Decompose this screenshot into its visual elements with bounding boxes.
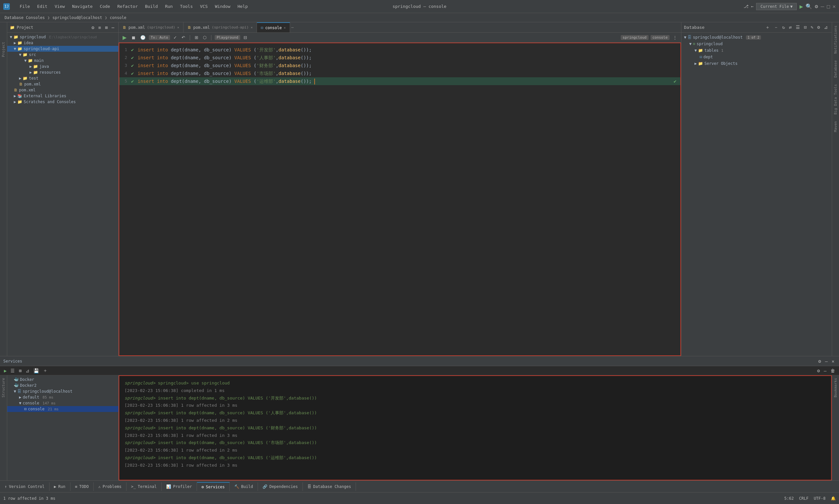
close-btn[interactable]: ✕ xyxy=(833,3,836,10)
db-console-btn[interactable]: ⊡ xyxy=(803,24,808,31)
back-btn[interactable]: ← xyxy=(751,4,754,9)
project-tab-label[interactable]: Project xyxy=(1,42,5,57)
svc-docker[interactable]: 🐳 Docker xyxy=(7,377,118,382)
svc-layout-btn[interactable]: ☰ xyxy=(9,367,16,374)
tx-badge[interactable]: Tx: Auto xyxy=(149,35,170,40)
db-add-btn[interactable]: ＋ xyxy=(764,24,771,31)
tree-idea[interactable]: ▶ 📁 idea xyxy=(7,40,118,46)
tree-root[interactable]: ▼ 📁 springcloud E:\logback\springcloud xyxy=(7,34,118,40)
db-settings-btn[interactable]: ⚙ xyxy=(816,24,821,31)
maven-label[interactable]: Maven xyxy=(834,121,838,132)
menu-view[interactable]: View xyxy=(51,3,68,10)
tab-more-btn[interactable]: ⋯ xyxy=(291,25,294,30)
svc-save-btn[interactable]: 💾 xyxy=(32,367,40,374)
menu-help[interactable]: Help xyxy=(234,3,251,10)
tab-console[interactable]: ⊡ console ✕ xyxy=(257,22,290,32)
project-sort-btn[interactable]: ≡ xyxy=(97,24,102,31)
more-options-btn[interactable]: ⋮ xyxy=(671,34,678,41)
grid-btn[interactable]: ⊟ xyxy=(242,34,248,41)
db-server-objects[interactable]: ▶ 📁 Server Objects xyxy=(681,60,832,67)
breadcrumb-connection[interactable]: springcloud@localhost xyxy=(52,15,102,20)
history-btn[interactable]: 🕐 xyxy=(139,34,147,41)
stop-btn[interactable]: ⏹ xyxy=(130,34,137,41)
tree-java[interactable]: ▶ 📁 java xyxy=(7,64,118,69)
rollback-btn[interactable]: ↶ xyxy=(180,34,187,41)
database-edge-label[interactable]: Database xyxy=(834,60,838,78)
menu-window[interactable]: Window xyxy=(212,3,234,10)
tab-close-2[interactable]: ✕ xyxy=(251,25,253,29)
tab-run[interactable]: ▶ Run xyxy=(50,482,70,491)
tree-resources[interactable]: ▶ 📁 resources xyxy=(7,69,118,75)
svc-right-3[interactable]: 🗑 xyxy=(829,367,836,374)
menu-code[interactable]: Code xyxy=(97,3,113,10)
services-x-btn[interactable]: ✕ xyxy=(831,358,836,364)
svc-add-btn[interactable]: ＋ xyxy=(41,367,49,374)
settings-btn[interactable]: ⚙ xyxy=(815,3,818,10)
tab-todo[interactable]: ≡ TODO xyxy=(70,482,94,491)
menu-navigate[interactable]: Navigate xyxy=(69,3,96,10)
db-connection-root[interactable]: ▼ 🗄 springcloud@localhost 1 of 2 xyxy=(681,34,832,41)
git-icon[interactable]: ⎇ xyxy=(744,4,749,9)
db-refresh-btn[interactable]: ↻ xyxy=(781,24,786,31)
minimize-btn[interactable]: — xyxy=(821,3,824,10)
svc-default[interactable]: ▶ default 85 ms xyxy=(7,394,118,400)
current-file-btn[interactable]: Current File ▼ xyxy=(756,3,797,10)
tree-test[interactable]: ▶ 📁 test xyxy=(7,75,118,81)
tab-terminal[interactable]: >_ Terminal xyxy=(126,482,161,491)
db-springcloud[interactable]: ▼ ⊙ springcloud xyxy=(681,41,832,47)
tab-dependencies[interactable]: 🔗 Dependencies xyxy=(258,482,303,491)
detach-btn[interactable]: ⬡ xyxy=(202,34,208,41)
svc-filter-btn[interactable]: ⊿ xyxy=(24,367,31,374)
bookmarks-label[interactable]: Bookmarks xyxy=(834,378,838,398)
svc-group-btn[interactable]: ⊞ xyxy=(17,367,23,374)
db-tables[interactable]: ▼ 📁 tables 1 xyxy=(681,47,832,54)
tree-main[interactable]: ▼ 📁 main xyxy=(7,58,118,64)
project-more-btn[interactable]: ⋯ xyxy=(110,24,116,31)
tab-pom-springcloud[interactable]: 🗎 pom.xml (springcloud) ✕ xyxy=(119,22,183,32)
run-button[interactable]: ▶ xyxy=(799,3,803,10)
tree-springcloud-api[interactable]: ▼ 📁 springcloud-api xyxy=(7,46,118,52)
db-edit-btn[interactable]: ✎ xyxy=(809,24,815,31)
db-list-btn[interactable]: ☰ xyxy=(794,24,801,31)
menu-run[interactable]: Run xyxy=(162,3,176,10)
tab-problems[interactable]: ⚠ Problems xyxy=(94,482,126,491)
playground-badge[interactable]: Playground xyxy=(215,35,240,40)
tab-profiler[interactable]: 📊 Profiler xyxy=(161,482,197,491)
breadcrumb-db-consoles[interactable]: Database Consoles xyxy=(5,15,45,20)
console-badge[interactable]: console xyxy=(650,35,669,40)
format-btn[interactable]: ⊞ xyxy=(193,34,199,41)
tab-close-3[interactable]: ✕ xyxy=(284,26,286,30)
tab-services[interactable]: ⚙ Services xyxy=(197,482,230,491)
run-query-btn[interactable]: ▶ xyxy=(121,34,128,41)
services-close-btn[interactable]: — xyxy=(824,358,829,364)
code-editor[interactable]: 1 ✔ insert into dept(dname, db_source) V… xyxy=(119,42,681,356)
menu-tools[interactable]: Tools xyxy=(177,3,196,10)
tab-close-1[interactable]: ✕ xyxy=(177,25,179,29)
commit-btn[interactable]: ✓ xyxy=(172,34,178,41)
menu-vcs[interactable]: VCS xyxy=(197,3,211,10)
tree-pom-root[interactable]: 🗎 pom.xml xyxy=(7,87,118,93)
menu-build[interactable]: Build xyxy=(142,3,161,10)
svc-console-inner[interactable]: ⊡ console 21 ms xyxy=(7,406,118,412)
db-filter-btn[interactable]: ⊿ xyxy=(823,24,829,31)
svc-right-1[interactable]: ⚙ xyxy=(816,367,821,374)
menu-refactor[interactable]: Refactor xyxy=(114,3,141,10)
tab-db-changes[interactable]: 🗄 Database Changes xyxy=(303,482,356,491)
search-btn[interactable]: 🔍 xyxy=(806,3,812,10)
tree-external-libs[interactable]: ▶ 📚 External Libraries xyxy=(7,93,118,99)
services-settings-btn[interactable]: ⚙ xyxy=(817,358,822,364)
svc-docker2[interactable]: 🐳 Docker2 xyxy=(7,382,118,389)
project-settings-btn[interactable]: ⚙ xyxy=(90,24,95,31)
tab-pom-springcloud-api[interactable]: 🗎 pom.xml (springcloud-api) ✕ xyxy=(183,22,257,32)
svc-right-2[interactable]: — xyxy=(823,367,828,374)
db-sync-btn[interactable]: ⇄ xyxy=(788,24,793,31)
bigdata-label[interactable]: Big Data Tools xyxy=(834,84,838,114)
svc-run-btn[interactable]: ▶ xyxy=(3,367,8,374)
tree-pom-api[interactable]: 🗎 pom.xml xyxy=(7,81,118,87)
springcloud-badge[interactable]: springcloud xyxy=(621,35,649,40)
menu-edit[interactable]: Edit xyxy=(34,3,51,10)
tree-src[interactable]: ▼ 📁 src xyxy=(7,52,118,58)
db-minus-btn[interactable]: － xyxy=(772,24,780,31)
tree-scratches[interactable]: ▶ 📁 Scratches and Consoles xyxy=(7,99,118,105)
maximize-btn[interactable]: □ xyxy=(827,3,830,10)
